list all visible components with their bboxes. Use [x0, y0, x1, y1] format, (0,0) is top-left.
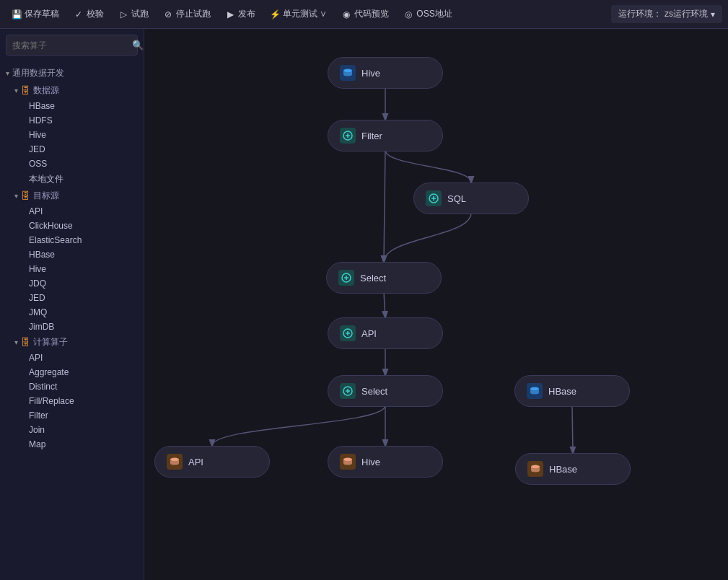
- sidebar-item-join[interactable]: Join: [9, 423, 144, 437]
- sidebar-item-elasticsearch[interactable]: ElasticSearch: [9, 233, 144, 247]
- trial-run-button[interactable]: ▷ 试跑: [113, 5, 154, 23]
- sidebar-item-jed-t[interactable]: JED: [9, 291, 144, 305]
- connection-filter1-select1: [384, 150, 385, 262]
- chevron-down-icon: ▾: [711, 9, 715, 19]
- sidebar-item-clickhouse[interactable]: ClickHouse: [9, 219, 144, 233]
- sidebar-item-jed[interactable]: JED: [9, 142, 144, 157]
- unit-test-button[interactable]: ⚡ 单元测试 ∨: [264, 5, 333, 23]
- node-hive1[interactable]: Hive: [328, 57, 443, 89]
- subgroup-datasource: ▾ 🗄 数据源 HBase HDFS Hive JED OSS 本地文件: [9, 82, 144, 188]
- node-icon-select1: [338, 270, 354, 286]
- stop-trial-button[interactable]: ⊘ 停止试跑: [157, 5, 216, 23]
- sidebar-item-hbase[interactable]: HBase: [9, 99, 144, 113]
- sidebar-item-jimdb[interactable]: JimDB: [9, 320, 144, 334]
- node-label-select2: Select: [361, 386, 387, 397]
- datasource-items: HBase HDFS Hive JED OSS 本地文件: [9, 99, 144, 188]
- sidebar-item-hive-t[interactable]: Hive: [9, 262, 144, 276]
- node-label-sql1: SQL: [447, 193, 466, 204]
- node-label-hbase1: HBase: [548, 386, 576, 397]
- svg-point-8: [343, 458, 352, 462]
- play-icon: ▷: [118, 9, 128, 19]
- sidebar-item-api-c[interactable]: API: [9, 351, 144, 365]
- check-icon: ✓: [74, 9, 84, 19]
- search-bar: 🔍: [6, 35, 138, 56]
- subgroup-target: ▾ 🗄 目标源 API ClickHouse ElasticSearch HBa…: [9, 188, 144, 334]
- node-icon-hbase1: [527, 383, 543, 399]
- svg-point-9: [531, 465, 540, 469]
- sidebar-item-filter[interactable]: Filter: [9, 408, 144, 423]
- calc-icon: 🗄: [21, 337, 30, 348]
- node-filter1[interactable]: Filter: [328, 120, 443, 151]
- node-hbase1[interactable]: HBase: [514, 375, 630, 407]
- sidebar-item-hive-ds[interactable]: Hive: [9, 128, 144, 142]
- node-api2[interactable]: API: [154, 446, 270, 478]
- sidebar-item-map[interactable]: Map: [9, 437, 144, 452]
- node-icon-filter1: [340, 128, 356, 144]
- node-icon-hive2: [340, 454, 356, 470]
- sidebar-item-api-t[interactable]: API: [9, 204, 144, 219]
- target-items: API ClickHouse ElasticSearch HBase Hive …: [9, 204, 144, 334]
- canvas[interactable]: Hive Filter SQL Select API: [144, 29, 728, 580]
- connection-hbase1-hbase2: [572, 405, 573, 453]
- node-icon-sql1: [426, 190, 442, 206]
- sidebar-item-jdq[interactable]: JDQ: [9, 276, 144, 291]
- validate-button[interactable]: ✓ 校验: [68, 5, 110, 23]
- search-icon: 🔍: [132, 40, 144, 50]
- subgroup-datasource-label[interactable]: ▾ 🗄 数据源: [9, 82, 144, 99]
- save-icon: 💾: [12, 9, 22, 19]
- subgroup-calc: ▾ 🗄 计算算子 API Aggregate Distinct Fill/Rep…: [9, 334, 144, 452]
- node-icon-api1: [340, 325, 356, 341]
- sidebar-item-distinct[interactable]: Distinct: [9, 379, 144, 394]
- search-button[interactable]: 🔍: [126, 35, 144, 55]
- toolbar: 💾 保存草稿 ✓ 校验 ▷ 试跑 ⊘ 停止试跑 ▶ 发布 ⚡ 单元测试 ∨ ◉ …: [0, 0, 728, 29]
- node-label-hive1: Hive: [361, 68, 380, 79]
- node-api1[interactable]: API: [328, 317, 443, 349]
- sidebar-item-oss[interactable]: OSS: [9, 157, 144, 171]
- connection-sql1-select1: [384, 213, 471, 262]
- sidebar: 🔍 ▾ 通用数据开发 ▾ 🗄 数据源 HBase: [0, 29, 144, 580]
- sidebar-item-hdfs[interactable]: HDFS: [9, 113, 144, 128]
- node-icon-select2: [340, 383, 356, 399]
- svg-point-0: [343, 69, 352, 73]
- oss-icon: ◎: [403, 9, 413, 19]
- db-icon: 🗄: [21, 85, 30, 96]
- publish-icon: ▶: [225, 9, 235, 19]
- node-sql1[interactable]: SQL: [413, 183, 529, 214]
- collapse-arrow: ▾: [14, 338, 18, 346]
- test-icon: ⚡: [270, 9, 280, 19]
- stop-icon: ⊘: [163, 9, 173, 19]
- group-general-data-dev: ▾ 通用数据开发 ▾ 🗄 数据源 HBase HDFS Hive JED: [0, 64, 144, 452]
- connection-filter1-sql1: [385, 150, 471, 183]
- node-hive2[interactable]: Hive: [328, 446, 443, 478]
- oss-address-button[interactable]: ◎ OSS地址: [398, 5, 457, 23]
- node-select2[interactable]: Select: [328, 375, 443, 407]
- node-label-api2: API: [188, 457, 203, 467]
- group-label-general[interactable]: ▾ 通用数据开发: [0, 64, 144, 82]
- preview-icon: ◉: [341, 9, 351, 19]
- publish-button[interactable]: ▶ 发布: [219, 5, 261, 23]
- node-label-hbase2: HBase: [549, 464, 577, 475]
- node-icon-hbase2: [527, 461, 543, 477]
- svg-point-7: [170, 458, 179, 462]
- search-input[interactable]: [6, 36, 126, 55]
- env-selector[interactable]: 运行环境： zs运行环境 ▾: [611, 5, 722, 23]
- sidebar-item-hbase-t[interactable]: HBase: [9, 247, 144, 262]
- connection-select1-api1: [384, 292, 385, 317]
- sidebar-tree: ▾ 通用数据开发 ▾ 🗄 数据源 HBase HDFS Hive JED: [0, 61, 144, 580]
- save-draft-button[interactable]: 💾 保存草稿: [6, 5, 65, 23]
- sidebar-item-jmq[interactable]: JMQ: [9, 305, 144, 320]
- node-label-select1: Select: [360, 273, 386, 284]
- node-icon-hive1: [340, 65, 356, 81]
- svg-point-6: [530, 387, 539, 391]
- sidebar-item-aggregate[interactable]: Aggregate: [9, 365, 144, 379]
- subgroup-calc-label[interactable]: ▾ 🗄 计算算子: [9, 334, 144, 351]
- sidebar-item-localfile[interactable]: 本地文件: [9, 171, 144, 188]
- collapse-arrow: ▾: [14, 192, 18, 200]
- node-select1[interactable]: Select: [326, 262, 442, 294]
- sidebar-item-fill-replace[interactable]: Fill/Replace: [9, 394, 144, 408]
- node-hbase2[interactable]: HBase: [515, 453, 631, 485]
- node-icon-api2: [167, 454, 183, 470]
- node-label-filter1: Filter: [361, 131, 382, 141]
- subgroup-target-label[interactable]: ▾ 🗄 目标源: [9, 188, 144, 204]
- code-preview-button[interactable]: ◉ 代码预览: [336, 5, 395, 23]
